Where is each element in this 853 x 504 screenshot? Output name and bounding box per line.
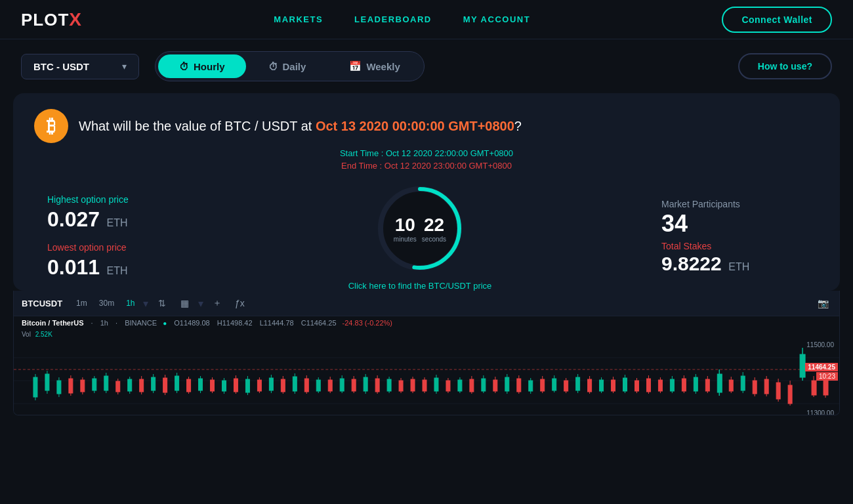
find-price-link[interactable]: Click here to find the BTC/USDT price — [348, 281, 492, 291]
right-stats: Market Participants 34 Total Stakes 9.82… — [661, 199, 806, 275]
end-time: End Time : Oct 12 2020 23:00:00 GMT+0800 — [34, 161, 819, 171]
chart-high: H11498.42 — [217, 319, 253, 327]
highest-option-block: Highest option price 0.027 ETH Lowest op… — [47, 194, 178, 280]
chart-interval-val: 1h — [100, 319, 108, 327]
start-time: Start Time : Oct 12 2020 22:00:00 GMT+08… — [34, 148, 819, 158]
candle-chart — [14, 338, 839, 415]
logo-x: X — [69, 9, 82, 30]
chart-tf-1h[interactable]: 1h — [123, 297, 138, 309]
nav-leaderboard[interactable]: LEADERBOARD — [354, 14, 432, 24]
chart-pair: BTCUSDT — [22, 299, 62, 308]
stakes-unit: ETH — [728, 261, 749, 272]
chart-vol-row: Vol 2.52K — [14, 329, 839, 338]
chart-low: L11444.78 — [260, 319, 294, 327]
timer-seconds-block: 22 seconds — [422, 215, 446, 243]
highest-label: Highest option price — [47, 194, 178, 205]
tab-daily[interactable]: ⏱ Daily — [247, 54, 327, 78]
highest-value-row: 0.027 ETH — [47, 207, 178, 232]
header: PLOTX MARKETS LEADERBOARD MY ACCOUNT Con… — [0, 0, 853, 39]
chart-tf-30m[interactable]: 30m — [96, 297, 117, 309]
timer-minutes-block: 10 minutes — [394, 215, 417, 243]
timer-inner: 10 minutes 22 seconds — [394, 215, 446, 243]
lowest-value-row: 0.011 ETH — [47, 255, 178, 280]
chart-add-icon[interactable]: ＋ — [209, 295, 226, 312]
chart-close: C11464.25 — [301, 319, 337, 327]
chart-pair-full: Bitcoin / TetherUS — [22, 319, 84, 327]
how-to-use-button[interactable]: How to use? — [738, 53, 832, 79]
chart-interval: · — [91, 319, 95, 327]
chart-sep-1: ▾ — [143, 297, 148, 310]
highest-unit: ETH — [107, 217, 128, 228]
toolbar: BTC - USDT ▾ ⏱ Hourly ⏱ Daily 📅 Weekly H… — [0, 39, 853, 93]
question-text: What will be the value of BTC / USDT at … — [79, 119, 522, 134]
timer-minutes: 10 — [394, 215, 417, 236]
timer-container: 10 minutes 22 seconds Click here to find… — [348, 182, 492, 291]
chart-open: O11489.08 — [174, 319, 209, 327]
lowest-unit: ETH — [107, 265, 128, 276]
chart-tf-1m[interactable]: 1m — [73, 297, 91, 309]
price-label-current: 11464.25 — [805, 363, 838, 371]
connect-wallet-button[interactable]: Connect Wallet — [722, 7, 832, 33]
question-row: ₿ What will be the value of BTC / USDT a… — [34, 109, 819, 143]
chart-exchange-val: BINANCE — [125, 319, 157, 327]
price-label-time: 10:23 — [816, 372, 838, 381]
chart-vol-label: Vol — [22, 331, 31, 338]
timer-min-label: minutes — [394, 236, 417, 243]
timer-circle: 10 minutes 22 seconds — [374, 182, 466, 274]
timer-sec-label: seconds — [422, 236, 446, 243]
chart-camera-icon[interactable]: 📷 — [814, 295, 831, 312]
stats-row: Highest option price 0.027 ETH Lowest op… — [34, 182, 819, 291]
pair-selector-text: BTC - USDT — [33, 61, 89, 72]
chart-compare-icon[interactable]: ⇅ — [154, 295, 171, 312]
price-label-high: 11500.00 — [806, 341, 834, 348]
lowest-label: Lowest option price — [47, 242, 178, 253]
chart-body: 11500.00 11464.25 10:23 11300.00 — [14, 338, 839, 415]
tab-weekly[interactable]: 📅 Weekly — [328, 54, 421, 78]
nav-markets[interactable]: MARKETS — [274, 14, 323, 24]
price-label-low: 11300.00 — [806, 410, 834, 415]
clock-icon-daily: ⏱ — [268, 61, 278, 72]
chart-change: -24.83 (-0.22%) — [343, 319, 392, 327]
logo-text: PLOTX — [21, 9, 82, 30]
lowest-value: 0.011 — [47, 255, 100, 279]
logo: PLOTX — [21, 9, 82, 30]
btc-icon: ₿ — [34, 109, 68, 143]
pair-selector[interactable]: BTC - USDT ▾ — [21, 54, 139, 79]
chart-candle-icon[interactable]: ▦ — [176, 295, 193, 312]
chevron-down-icon: ▾ — [122, 61, 127, 72]
chart-sep-2: ▾ — [198, 297, 203, 310]
timer-seconds: 22 — [422, 215, 446, 236]
chart-info-bar: Bitcoin / TetherUS · 1h · BINANCE ● O114… — [14, 316, 839, 329]
chart-vol-value: 2.52K — [35, 331, 52, 338]
calendar-icon: 📅 — [349, 60, 362, 72]
chart-dot: ● — [163, 320, 167, 327]
highest-value: 0.027 — [47, 207, 100, 231]
chart-exchange: · — [115, 319, 119, 327]
chart-area: BTCUSDT 1m 30m 1h ▾ ⇅ ▦ ▾ ＋ ƒx 📷 Bitcoin… — [13, 291, 840, 415]
market-card: ₿ What will be the value of BTC / USDT a… — [13, 93, 840, 291]
tab-hourly[interactable]: ⏱ Hourly — [158, 54, 246, 78]
question-date: Oct 13 2020 00:00:00 GMT+0800 — [316, 119, 514, 133]
chart-fx-icon[interactable]: ƒx — [231, 295, 248, 312]
stakes-row: 9.8222 ETH — [661, 253, 806, 275]
chart-toolbar: BTCUSDT 1m 30m 1h ▾ ⇅ ▦ ▾ ＋ ƒx 📷 — [14, 291, 839, 316]
nav: MARKETS LEADERBOARD MY ACCOUNT — [274, 14, 530, 24]
participants-value: 34 — [661, 212, 806, 236]
nav-my-account[interactable]: MY ACCOUNT — [463, 14, 530, 24]
total-stakes-label: Total Stakes — [661, 241, 806, 251]
clock-icon: ⏱ — [179, 61, 189, 72]
stakes-value: 9.8222 — [661, 253, 722, 274]
time-tabs: ⏱ Hourly ⏱ Daily 📅 Weekly — [155, 51, 425, 81]
participants-label: Market Participants — [661, 199, 806, 209]
time-info: Start Time : Oct 12 2020 22:00:00 GMT+08… — [34, 148, 819, 171]
